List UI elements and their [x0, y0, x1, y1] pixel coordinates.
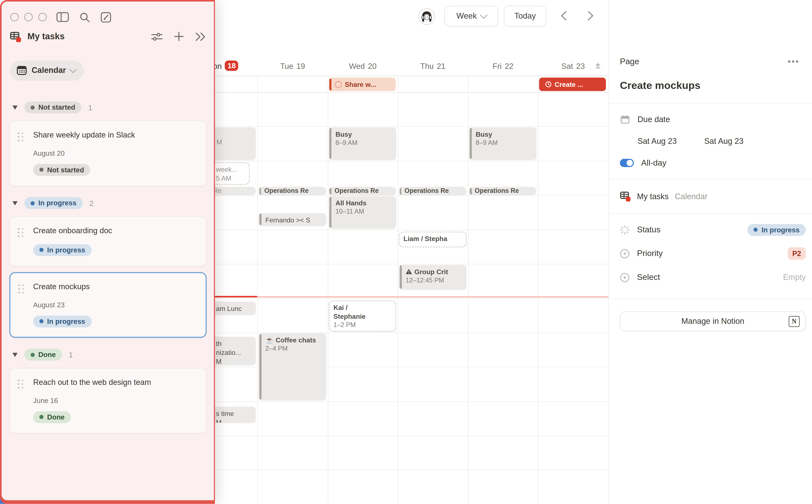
- calendar-event[interactable]: Operations Re: [399, 187, 466, 196]
- prev-week-icon[interactable]: [561, 11, 570, 20]
- today-button[interactable]: Today: [504, 6, 546, 26]
- group-status-pill[interactable]: Done: [24, 349, 62, 361]
- status-dot-icon: [39, 415, 44, 419]
- calendar-event[interactable]: Liam / Stepha: [399, 232, 466, 247]
- event-title: Busy: [476, 130, 533, 139]
- task-status-pill[interactable]: In progress: [33, 315, 91, 327]
- event-title[interactable]: Create mockups: [620, 80, 806, 91]
- status-label: Done: [38, 351, 56, 358]
- window-zoom-button[interactable]: [38, 13, 46, 21]
- task-card[interactable]: Create onboarding docIn progress: [9, 216, 207, 266]
- day-header-tue[interactable]: Tue19: [258, 58, 328, 73]
- more-options-icon[interactable]: •••: [788, 57, 800, 66]
- circle-caret-icon: [620, 249, 630, 259]
- event-title: Operations Re: [475, 187, 519, 196]
- calendar-event[interactable]: ☕ Coffee chats2–4 PM: [259, 333, 326, 400]
- group-header-not-started[interactable]: Not started1: [12, 100, 207, 115]
- calendar-event[interactable]: Operations Re: [329, 187, 396, 196]
- view-selector-dropdown[interactable]: Calendar: [10, 60, 84, 80]
- group-count: 1: [69, 350, 73, 359]
- drag-handle-icon[interactable]: [18, 132, 23, 141]
- window-close-button[interactable]: [10, 13, 19, 21]
- day-header-thu[interactable]: Thu21: [398, 58, 468, 73]
- collapse-panel-icon[interactable]: [195, 32, 207, 41]
- expand-all-day-icon[interactable]: ±: [595, 61, 600, 71]
- event-text-line: s time: [216, 409, 253, 418]
- add-task-icon[interactable]: [174, 31, 184, 41]
- avatar[interactable]: [418, 8, 435, 25]
- panel-header-label: Page: [620, 57, 788, 66]
- group-status-pill[interactable]: Not started: [24, 101, 81, 113]
- calendar-event[interactable]: Busy8–9 AM: [329, 127, 396, 160]
- property-row-priority[interactable]: PriorityP2: [620, 246, 806, 261]
- drag-handle-icon[interactable]: [18, 379, 23, 388]
- all-day-event[interactable]: Create ...: [539, 78, 606, 91]
- calendar-event[interactable]: Busy8–9 AM: [469, 127, 536, 160]
- property-row-status[interactable]: StatusIn progress: [620, 222, 806, 237]
- disclosure-triangle-icon[interactable]: [12, 105, 18, 109]
- source-calendar-row[interactable]: My tasks Calendar: [620, 191, 806, 202]
- status-label: In progress: [762, 226, 800, 234]
- task-card[interactable]: Create mockupsAugust 23In progress: [9, 272, 207, 338]
- calendar-event[interactable]: Fernando >< S: [259, 213, 326, 226]
- event-text-line: nizatio...: [216, 348, 253, 357]
- circle-caret-icon: [620, 272, 630, 282]
- calendar-event[interactable]: Operations Re: [469, 187, 536, 196]
- view-switcher-label: Week: [456, 11, 477, 21]
- group-header-in-progress[interactable]: In progress2: [12, 196, 207, 210]
- property-status-pill[interactable]: In progress: [748, 224, 806, 236]
- hour-line: [187, 127, 608, 127]
- property-label: Priority: [637, 249, 780, 258]
- task-title: Create onboarding doc: [33, 225, 198, 236]
- day-label: Wed: [349, 61, 365, 70]
- drag-handle-icon[interactable]: [18, 284, 24, 293]
- view-selector-label: Calendar: [31, 66, 66, 75]
- event-time: 1–2 PM: [334, 321, 392, 330]
- calendar-event[interactable]: Group Crit12–12:45 PM: [399, 265, 466, 290]
- view-switcher-button[interactable]: Week: [444, 6, 498, 26]
- status-dot-icon: [30, 201, 35, 205]
- event-title: All Hands: [335, 199, 393, 207]
- task-card[interactable]: Share weekly update in SlackAugust 20Not…: [9, 120, 207, 186]
- status-dot-icon: [39, 248, 44, 252]
- property-empty-value[interactable]: Empty: [783, 273, 806, 282]
- day-header-fri[interactable]: Fri22: [468, 58, 538, 73]
- next-week-icon[interactable]: [584, 11, 593, 20]
- task-status-pill[interactable]: Not started: [33, 164, 90, 176]
- all-day-label: All-day: [641, 158, 667, 168]
- all-day-toggle[interactable]: [620, 159, 634, 167]
- day-header-wed[interactable]: Wed20: [328, 58, 398, 73]
- due-date-end[interactable]: Sat Aug 23: [704, 137, 744, 146]
- event-text-line: Fernando >< S: [265, 216, 323, 225]
- hour-line: [187, 401, 608, 402]
- disclosure-triangle-icon[interactable]: [12, 353, 18, 357]
- compose-icon[interactable]: [100, 12, 111, 22]
- calendar-event[interactable]: Kai /Stephanie1–2 PM: [329, 301, 396, 331]
- group-header-done[interactable]: Done1: [12, 347, 207, 362]
- day-label: Sat: [561, 61, 573, 70]
- group-status-pill[interactable]: In progress: [24, 197, 83, 209]
- search-icon[interactable]: [79, 12, 90, 22]
- disclosure-triangle-icon[interactable]: [12, 201, 18, 205]
- divider: [609, 103, 812, 103]
- task-status-pill[interactable]: In progress: [33, 244, 91, 256]
- due-date-start[interactable]: Sat Aug 23: [638, 137, 677, 146]
- filter-icon[interactable]: [151, 32, 162, 41]
- priority-pill[interactable]: P2: [788, 247, 806, 260]
- toggle-sidebar-icon[interactable]: [56, 12, 69, 22]
- app-window: Week Today Mon18Tue19Wed20Thu21Fri22Sat2…: [0, 0, 812, 504]
- task-status-pill[interactable]: Done: [33, 411, 71, 423]
- drag-handle-icon[interactable]: [18, 228, 23, 237]
- status-dot-icon: [39, 168, 44, 172]
- calendar-event[interactable]: Operations Re: [259, 187, 326, 196]
- task-card[interactable]: Reach out to the web design teamJune 16D…: [9, 368, 207, 433]
- property-row-select[interactable]: SelectEmpty: [620, 270, 806, 285]
- hour-line: [187, 298, 608, 299]
- calendar-topbar: Week Today: [404, 0, 611, 32]
- event-text-line: M: [217, 138, 253, 146]
- all-day-event[interactable]: Share w...: [329, 78, 396, 91]
- calendar-event[interactable]: All Hands10–11 AM: [329, 196, 396, 228]
- property-label: Select: [637, 273, 776, 282]
- window-minimize-button[interactable]: [24, 13, 33, 21]
- manage-in-notion-button[interactable]: Manage in Notion N: [620, 311, 806, 331]
